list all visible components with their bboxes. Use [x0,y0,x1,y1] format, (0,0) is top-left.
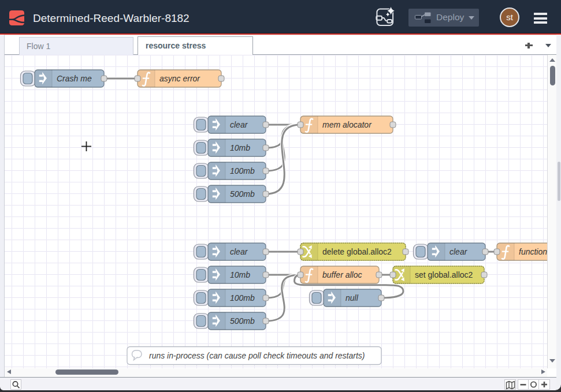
svg-text:100mb: 100mb [230,166,255,176]
svg-text:mem alocator: mem alocator [322,120,372,129]
svg-text:clear: clear [230,120,248,129]
svg-text:10mb: 10mb [230,270,250,279]
svg-text:delete global.alloc2: delete global.alloc2 [322,247,392,256]
svg-text:async error: async error [159,74,200,83]
svg-text:500mb: 500mb [230,316,255,326]
svg-text:100mb: 100mb [230,293,255,303]
svg-text:Crash me: Crash me [57,74,92,83]
svg-text:function 1: function 1 [519,247,547,256]
svg-text:runs in-process (can cause pol: runs in-process (can cause poll check ti… [149,351,365,360]
svg-text:buffer alloc: buffer alloc [322,270,362,279]
svg-text:10mb: 10mb [230,143,250,152]
svg-text:set global.alloc2: set global.alloc2 [415,270,473,279]
svg-text:500mb: 500mb [230,189,255,199]
svg-text:null: null [345,293,359,303]
svg-text:clear: clear [449,247,468,256]
svg-text:clear: clear [230,247,248,256]
